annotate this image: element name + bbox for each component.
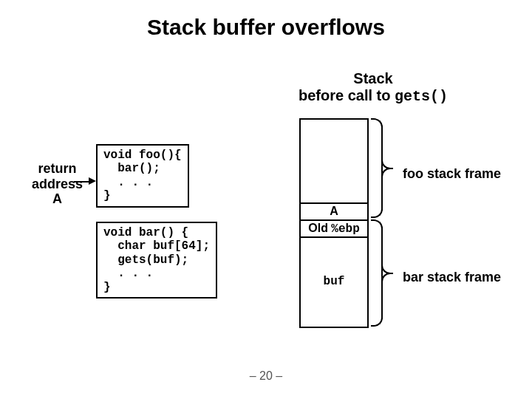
return-address-label: return address A — [22, 161, 92, 207]
brace-foo-frame — [371, 118, 392, 218]
return-address-arrow-head — [89, 177, 96, 185]
page-number: – 20 – — [0, 369, 532, 383]
stack-divider — [301, 219, 367, 221]
stack-subtitle: Stack before call to gets() — [277, 70, 469, 105]
subtitle-gets: gets() — [395, 88, 448, 105]
stack-cell-return-address: A — [301, 205, 367, 218]
stack-divider — [301, 202, 367, 204]
subtitle-line1: Stack — [353, 70, 392, 86]
page-title: Stack buffer overflows — [0, 0, 532, 40]
subtitle-line2a: before call to — [299, 87, 395, 103]
stack-diagram: A Old %ebp buf — [299, 118, 369, 328]
stack-divider — [301, 236, 367, 238]
brace-bar-frame — [371, 219, 392, 327]
code-foo: void foo(){ bar(); . . . } — [96, 144, 189, 208]
bar-stack-frame-label: bar stack frame — [403, 270, 501, 285]
return-address-arrow — [74, 181, 90, 183]
stack-cell-old-ebp: Old %ebp — [301, 222, 367, 236]
foo-stack-frame-label: foo stack frame — [403, 166, 501, 182]
stack-cell-buf: buf — [301, 275, 367, 288]
code-bar: void bar() { char buf[64]; gets(buf); . … — [96, 222, 217, 299]
